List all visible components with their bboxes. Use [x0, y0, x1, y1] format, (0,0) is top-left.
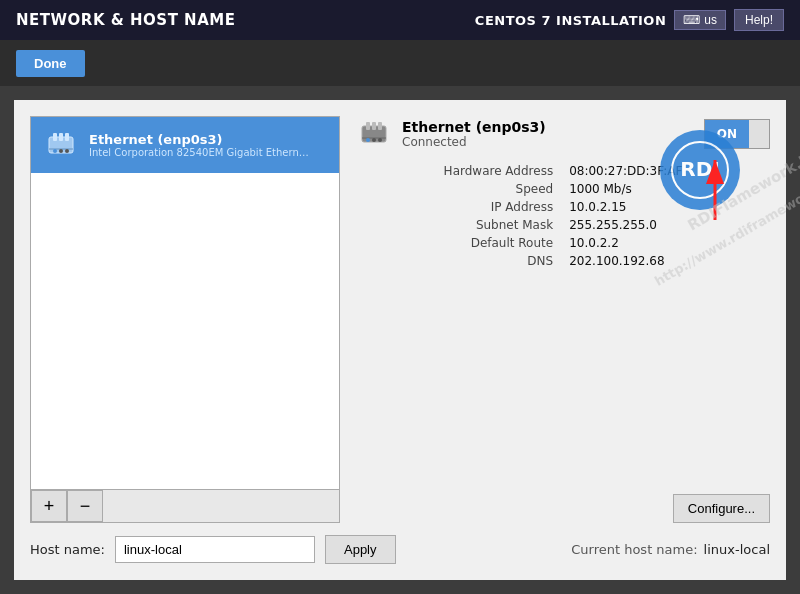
svg-rect-2: [59, 133, 63, 141]
current-host-info: Current host name: linux-local: [571, 542, 770, 557]
device-details-header: Ethernet (enp0s3) Connected ON: [356, 116, 770, 152]
hostname-label: Host name:: [30, 542, 105, 557]
keyboard-button[interactable]: ⌨ us: [674, 10, 726, 30]
done-button[interactable]: Done: [16, 50, 85, 77]
default-route-label: Default Route: [356, 236, 553, 250]
device-list: Ethernet (enp0s3) Intel Corporation 8254…: [30, 116, 340, 523]
detail-ethernet-icon: [356, 116, 392, 152]
remove-device-button[interactable]: −: [67, 490, 103, 522]
device-item-info: Ethernet (enp0s3) Intel Corporation 8254…: [89, 132, 309, 158]
svg-rect-9: [366, 122, 370, 130]
header-right: CENTOS 7 INSTALLATION ⌨ us Help!: [475, 9, 784, 31]
device-list-spacer: [31, 173, 339, 489]
svg-rect-3: [65, 133, 69, 141]
dns-value: 202.100.192.68: [569, 254, 770, 268]
toggle-off-area: [749, 120, 769, 148]
dns-label: DNS: [356, 254, 553, 268]
svg-point-14: [372, 138, 376, 142]
svg-point-15: [378, 138, 382, 142]
subnet-mask-label: Subnet Mask: [356, 218, 553, 232]
speed-value: 1000 Mb/s: [569, 182, 770, 196]
centos-label: CENTOS 7 INSTALLATION: [475, 13, 666, 28]
device-item-desc: Intel Corporation 82540EM Gigabit Ethern…: [89, 147, 309, 158]
svg-rect-1: [53, 133, 57, 141]
configure-button[interactable]: Configure...: [673, 494, 770, 523]
add-device-button[interactable]: +: [31, 490, 67, 522]
hw-address-value: 08:00:27:DD:3F:AF: [569, 164, 770, 178]
svg-point-6: [59, 149, 63, 153]
sub-header: Done: [0, 40, 800, 86]
ethernet-icon: [43, 127, 79, 163]
subnet-mask-value: 255.255.255.0: [569, 218, 770, 232]
keyboard-icon: ⌨: [683, 13, 700, 27]
hostname-row: Host name: Apply Current host name: linu…: [30, 535, 770, 564]
hostname-input[interactable]: [115, 536, 315, 563]
ip-address-value: 10.0.2.15: [569, 200, 770, 214]
toggle-switch[interactable]: ON: [704, 119, 770, 149]
default-route-value: 10.0.2.2: [569, 236, 770, 250]
speed-label: Speed: [356, 182, 553, 196]
device-list-controls: + −: [31, 489, 339, 522]
content-row: Ethernet (enp0s3) Intel Corporation 8254…: [30, 116, 770, 523]
detail-table: Hardware Address 08:00:27:DD:3F:AF Speed…: [356, 164, 770, 268]
apply-button[interactable]: Apply: [325, 535, 396, 564]
svg-rect-10: [372, 122, 376, 130]
main-content: Ethernet (enp0s3) Intel Corporation 8254…: [14, 100, 786, 580]
page-title: NETWORK & HOST NAME: [16, 11, 235, 29]
current-host-label: Current host name:: [571, 542, 697, 557]
device-list-item[interactable]: Ethernet (enp0s3) Intel Corporation 8254…: [31, 117, 339, 173]
hw-address-label: Hardware Address: [356, 164, 553, 178]
toggle-on-label: ON: [705, 120, 749, 148]
detail-name-status: Ethernet (enp0s3) Connected: [402, 119, 546, 149]
svg-point-5: [53, 149, 57, 153]
top-header: NETWORK & HOST NAME CENTOS 7 INSTALLATIO…: [0, 0, 800, 40]
svg-rect-11: [378, 122, 382, 130]
device-name-row: Ethernet (enp0s3) Connected: [356, 116, 546, 152]
svg-point-7: [65, 149, 69, 153]
device-item-name: Ethernet (enp0s3): [89, 132, 309, 147]
ip-address-label: IP Address: [356, 200, 553, 214]
keyboard-lang: us: [704, 13, 717, 27]
svg-point-13: [366, 138, 370, 142]
detail-device-status: Connected: [402, 135, 546, 149]
help-button[interactable]: Help!: [734, 9, 784, 31]
detail-device-name: Ethernet (enp0s3): [402, 119, 546, 135]
current-host-value: linux-local: [704, 542, 770, 557]
device-details: Ethernet (enp0s3) Connected ON Hardware …: [356, 116, 770, 523]
